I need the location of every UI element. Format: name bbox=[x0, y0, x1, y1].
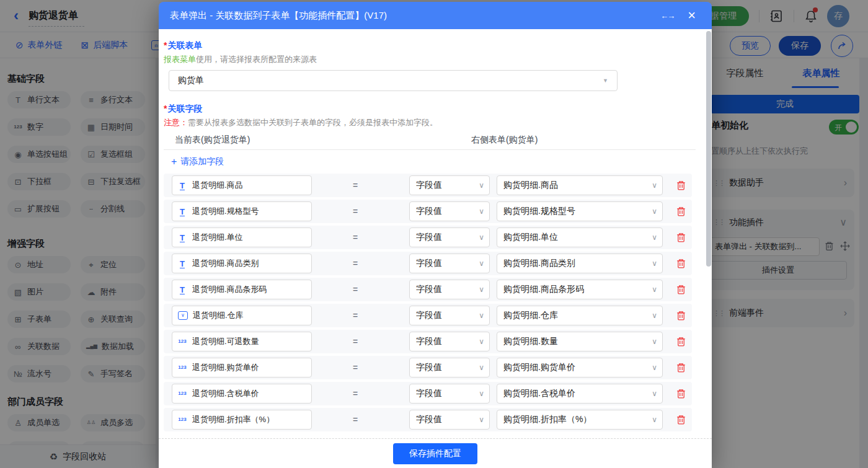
chevron-down-icon: ∨ bbox=[652, 233, 657, 242]
source-field-select[interactable]: 购货明细.含税单价 ∨ bbox=[497, 384, 663, 404]
equals-operator: = bbox=[350, 311, 360, 320]
target-field-input[interactable]: T 退货明细.商品 bbox=[172, 175, 312, 195]
target-field-name: 退货明细.含税单价 bbox=[192, 388, 259, 399]
plugin-config-modal: 表单弹出 - 关联数据到子表单【功能插件配置】(V17) ←→ × *关联表单 … bbox=[159, 2, 712, 468]
modal-scrollbar-thumb[interactable] bbox=[706, 31, 711, 267]
expand-icon[interactable]: ←→ bbox=[660, 11, 674, 20]
target-field-input[interactable]: 123 退货明细.折扣率（%） bbox=[172, 410, 312, 430]
field-mapping-row: T 退货明细.商品类别 = 字段值 ∨ 购货明细.商品类别 ∨ bbox=[164, 252, 692, 275]
target-field-input[interactable]: T 退货明细.商品条形码 bbox=[172, 280, 312, 299]
field-mapping-row: T 退货明细.规格型号 = 字段值 ∨ 购货明细.规格型号 ∨ bbox=[164, 200, 692, 223]
delete-row-icon[interactable] bbox=[676, 285, 686, 294]
chevron-down-icon: ∨ bbox=[479, 389, 484, 398]
text-field-icon: T bbox=[177, 234, 187, 242]
save-plugin-config-button[interactable]: 保存插件配置 bbox=[393, 443, 477, 464]
value-type-select[interactable]: 字段值 ∨ bbox=[409, 332, 490, 351]
source-field-select[interactable]: 购货明细.单位 ∨ bbox=[497, 227, 663, 247]
chevron-down-icon: ∨ bbox=[652, 363, 657, 372]
delete-row-icon[interactable] bbox=[676, 337, 686, 347]
source-field-select[interactable]: 购货明细.商品类别 ∨ bbox=[497, 254, 663, 273]
source-field-select[interactable]: 购货明细.仓库 ∨ bbox=[497, 306, 663, 325]
caret-down-icon: ▼ bbox=[603, 77, 608, 84]
source-field-select[interactable]: 购货明细.商品条形码 ∨ bbox=[497, 280, 663, 299]
close-icon[interactable]: × bbox=[688, 9, 696, 22]
target-field-input[interactable]: 123 退货明细.购货单价 bbox=[172, 358, 312, 377]
source-field-select[interactable]: 购货明细.规格型号 ∨ bbox=[497, 201, 663, 221]
delete-row-icon[interactable] bbox=[676, 232, 686, 242]
delete-row-icon[interactable] bbox=[676, 389, 686, 399]
target-field-input[interactable]: ∨ 退货明细.仓库 bbox=[172, 306, 312, 325]
target-field-input[interactable]: 123 退货明细.含税单价 bbox=[172, 384, 312, 404]
text-field-icon: T bbox=[177, 208, 187, 216]
chevron-down-icon: ∨ bbox=[479, 415, 484, 424]
chevron-down-icon: ∨ bbox=[479, 363, 484, 372]
equals-operator: = bbox=[350, 232, 360, 242]
app-root: ‹ 购货退货单 数据管理 存 ⊘ 表单外链 ⊠ bbox=[0, 0, 868, 468]
delete-row-icon[interactable] bbox=[676, 206, 686, 216]
chevron-down-icon: ∨ bbox=[652, 415, 657, 424]
chevron-down-icon: ∨ bbox=[652, 337, 657, 346]
divider bbox=[164, 149, 696, 150]
delete-row-icon[interactable] bbox=[676, 311, 686, 320]
modal-footer: 保存插件配置 bbox=[159, 438, 712, 468]
delete-row-icon[interactable] bbox=[676, 363, 686, 373]
target-field-name: 退货明细.折扣率（%） bbox=[192, 414, 274, 425]
equals-operator: = bbox=[350, 415, 360, 425]
current-table-header: 当前表(购货退货单) bbox=[175, 135, 250, 146]
number-field-icon: 123 bbox=[177, 391, 187, 396]
source-field-select[interactable]: 购货明细.商品 ∨ bbox=[497, 175, 663, 195]
field-mapping-row: T 退货明细.商品 = 字段值 ∨ 购货明细.商品 ∨ bbox=[164, 174, 692, 197]
chevron-down-icon: ∨ bbox=[652, 207, 657, 216]
field-mapping-row: T 退货明细.商品条形码 = 字段值 ∨ 购货明细.商品条形码 ∨ bbox=[164, 278, 692, 301]
source-field-select[interactable]: 购货明细.购货单价 ∨ bbox=[497, 358, 663, 377]
delete-row-icon[interactable] bbox=[676, 180, 686, 190]
field-mapping-row: 123 退货明细.可退数量 = 字段值 ∨ 购货明细.数量 ∨ bbox=[164, 330, 692, 353]
target-field-name: 退货明细.商品条形码 bbox=[192, 284, 267, 295]
target-field-name: 退货明细.单位 bbox=[192, 232, 243, 243]
source-field-select[interactable]: 购货明细.折扣率（%） ∨ bbox=[497, 410, 663, 430]
related-form-label: *关联表单 bbox=[164, 40, 696, 51]
equals-operator: = bbox=[350, 363, 360, 373]
field-mapping-list: T 退货明细.商品 = 字段值 ∨ 购货明细.商品 ∨ T 退货明细.规格型号 … bbox=[164, 174, 696, 431]
equals-operator: = bbox=[350, 258, 360, 268]
value-type-select[interactable]: 字段值 ∨ bbox=[409, 306, 490, 325]
equals-operator: = bbox=[350, 337, 360, 347]
field-mapping-row: ∨ 退货明细.仓库 = 字段值 ∨ 购货明细.仓库 ∨ bbox=[164, 304, 692, 327]
chevron-down-icon: ∨ bbox=[479, 233, 484, 242]
value-type-select[interactable]: 字段值 ∨ bbox=[409, 201, 490, 221]
related-fields-label: *关联字段 bbox=[164, 104, 696, 115]
target-field-name: 退货明细.商品 bbox=[192, 180, 243, 191]
value-type-select[interactable]: 字段值 ∨ bbox=[409, 384, 490, 404]
chevron-down-icon: ∨ bbox=[479, 285, 484, 294]
target-field-name: 退货明细.仓库 bbox=[193, 310, 244, 321]
target-field-input[interactable]: T 退货明细.规格型号 bbox=[172, 201, 312, 221]
value-type-select[interactable]: 字段值 ∨ bbox=[409, 227, 490, 247]
delete-row-icon[interactable] bbox=[676, 415, 686, 425]
value-type-select[interactable]: 字段值 ∨ bbox=[409, 280, 490, 299]
related-fields-note: 注意：需要从报表多选数据中关联到子表单的字段，必须是报表中添加字段。 bbox=[164, 117, 696, 128]
delete-row-icon[interactable] bbox=[676, 258, 686, 268]
chevron-down-icon: ∨ bbox=[652, 285, 657, 294]
chevron-down-icon: ∨ bbox=[479, 207, 484, 216]
chevron-down-icon: ∨ bbox=[479, 337, 484, 346]
target-field-input[interactable]: 123 退货明细.可退数量 bbox=[172, 332, 312, 351]
plus-icon: + bbox=[171, 156, 177, 167]
text-field-icon: T bbox=[177, 182, 187, 190]
source-field-select[interactable]: 购货明细.数量 ∨ bbox=[497, 332, 663, 351]
value-type-select[interactable]: 字段值 ∨ bbox=[409, 254, 490, 273]
field-mapping-row: T 退货明细.单位 = 字段值 ∨ 购货明细.单位 ∨ bbox=[164, 226, 692, 249]
right-table-header: 右侧表单(购货单) bbox=[471, 135, 538, 146]
target-field-input[interactable]: T 退货明细.商品类别 bbox=[172, 254, 312, 273]
chevron-down-icon: ∨ bbox=[652, 259, 657, 268]
source-form-select[interactable]: 购货单 ▼ bbox=[169, 70, 618, 91]
chevron-down-icon: ∨ bbox=[479, 311, 484, 320]
value-type-select[interactable]: 字段值 ∨ bbox=[409, 175, 490, 195]
target-field-input[interactable]: T 退货明细.单位 bbox=[172, 227, 312, 247]
modal-title: 表单弹出 - 关联数据到子表单【功能插件配置】(V17) bbox=[170, 10, 387, 22]
mapping-column-headers: 当前表(购货退货单) 右侧表单(购货单) bbox=[164, 135, 696, 146]
value-type-select[interactable]: 字段值 ∨ bbox=[409, 410, 490, 430]
field-mapping-row: 123 退货明细.含税单价 = 字段值 ∨ 购货明细.含税单价 ∨ bbox=[164, 382, 692, 405]
value-type-select[interactable]: 字段值 ∨ bbox=[409, 358, 490, 377]
add-field-link[interactable]: + 请添加字段 bbox=[164, 156, 696, 167]
chevron-down-icon: ∨ bbox=[652, 181, 657, 190]
